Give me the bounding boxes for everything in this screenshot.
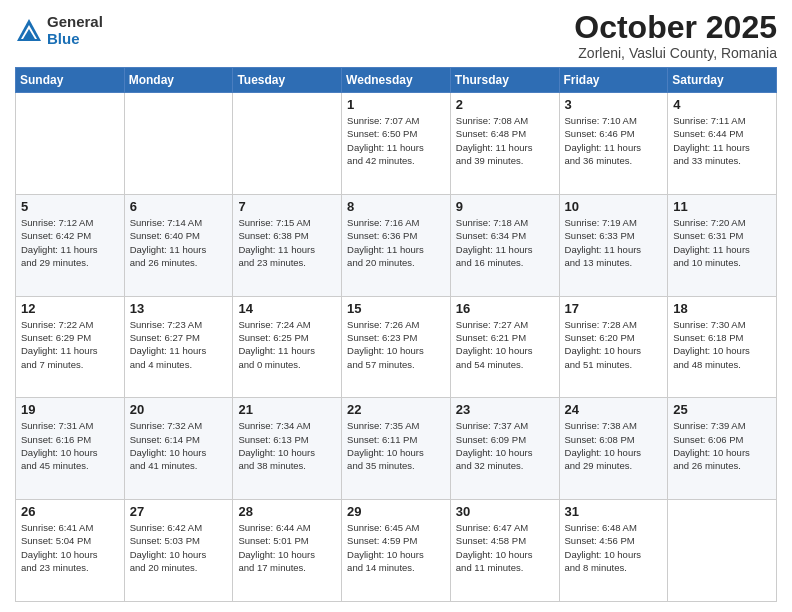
col-monday: Monday — [124, 68, 233, 93]
day-info: Sunrise: 6:45 AM Sunset: 4:59 PM Dayligh… — [347, 521, 445, 574]
calendar-week-row: 19Sunrise: 7:31 AM Sunset: 6:16 PM Dayli… — [16, 398, 777, 500]
day-info: Sunrise: 7:39 AM Sunset: 6:06 PM Dayligh… — [673, 419, 771, 472]
table-cell: 18Sunrise: 7:30 AM Sunset: 6:18 PM Dayli… — [668, 296, 777, 398]
day-number: 25 — [673, 402, 771, 417]
table-cell: 28Sunrise: 6:44 AM Sunset: 5:01 PM Dayli… — [233, 500, 342, 602]
day-info: Sunrise: 7:14 AM Sunset: 6:40 PM Dayligh… — [130, 216, 228, 269]
table-cell: 9Sunrise: 7:18 AM Sunset: 6:34 PM Daylig… — [450, 194, 559, 296]
day-info: Sunrise: 7:38 AM Sunset: 6:08 PM Dayligh… — [565, 419, 663, 472]
day-number: 9 — [456, 199, 554, 214]
day-number: 24 — [565, 402, 663, 417]
day-info: Sunrise: 6:41 AM Sunset: 5:04 PM Dayligh… — [21, 521, 119, 574]
col-saturday: Saturday — [668, 68, 777, 93]
title-block: October 2025 Zorleni, Vaslui County, Rom… — [574, 10, 777, 61]
day-number: 8 — [347, 199, 445, 214]
table-cell: 5Sunrise: 7:12 AM Sunset: 6:42 PM Daylig… — [16, 194, 125, 296]
day-info: Sunrise: 6:47 AM Sunset: 4:58 PM Dayligh… — [456, 521, 554, 574]
logo: General Blue — [15, 14, 103, 47]
day-number: 31 — [565, 504, 663, 519]
day-info: Sunrise: 7:35 AM Sunset: 6:11 PM Dayligh… — [347, 419, 445, 472]
table-cell: 17Sunrise: 7:28 AM Sunset: 6:20 PM Dayli… — [559, 296, 668, 398]
table-cell: 23Sunrise: 7:37 AM Sunset: 6:09 PM Dayli… — [450, 398, 559, 500]
col-friday: Friday — [559, 68, 668, 93]
day-number: 22 — [347, 402, 445, 417]
day-info: Sunrise: 7:23 AM Sunset: 6:27 PM Dayligh… — [130, 318, 228, 371]
logo-text: General Blue — [47, 14, 103, 47]
logo-icon — [15, 17, 43, 45]
day-number: 14 — [238, 301, 336, 316]
table-cell: 29Sunrise: 6:45 AM Sunset: 4:59 PM Dayli… — [342, 500, 451, 602]
day-info: Sunrise: 7:19 AM Sunset: 6:33 PM Dayligh… — [565, 216, 663, 269]
day-info: Sunrise: 7:22 AM Sunset: 6:29 PM Dayligh… — [21, 318, 119, 371]
table-cell: 21Sunrise: 7:34 AM Sunset: 6:13 PM Dayli… — [233, 398, 342, 500]
calendar-week-row: 5Sunrise: 7:12 AM Sunset: 6:42 PM Daylig… — [16, 194, 777, 296]
day-number: 1 — [347, 97, 445, 112]
page: General Blue October 2025 Zorleni, Vaslu… — [0, 0, 792, 612]
day-info: Sunrise: 7:31 AM Sunset: 6:16 PM Dayligh… — [21, 419, 119, 472]
day-info: Sunrise: 7:18 AM Sunset: 6:34 PM Dayligh… — [456, 216, 554, 269]
day-info: Sunrise: 6:48 AM Sunset: 4:56 PM Dayligh… — [565, 521, 663, 574]
col-thursday: Thursday — [450, 68, 559, 93]
day-number: 20 — [130, 402, 228, 417]
day-info: Sunrise: 7:15 AM Sunset: 6:38 PM Dayligh… — [238, 216, 336, 269]
day-number: 5 — [21, 199, 119, 214]
day-number: 27 — [130, 504, 228, 519]
day-number: 11 — [673, 199, 771, 214]
table-cell: 19Sunrise: 7:31 AM Sunset: 6:16 PM Dayli… — [16, 398, 125, 500]
calendar-table: Sunday Monday Tuesday Wednesday Thursday… — [15, 67, 777, 602]
table-cell: 3Sunrise: 7:10 AM Sunset: 6:46 PM Daylig… — [559, 93, 668, 195]
table-cell: 1Sunrise: 7:07 AM Sunset: 6:50 PM Daylig… — [342, 93, 451, 195]
day-number: 21 — [238, 402, 336, 417]
day-info: Sunrise: 7:12 AM Sunset: 6:42 PM Dayligh… — [21, 216, 119, 269]
day-number: 16 — [456, 301, 554, 316]
table-cell: 14Sunrise: 7:24 AM Sunset: 6:25 PM Dayli… — [233, 296, 342, 398]
day-number: 19 — [21, 402, 119, 417]
table-cell — [16, 93, 125, 195]
day-info: Sunrise: 7:34 AM Sunset: 6:13 PM Dayligh… — [238, 419, 336, 472]
table-cell: 10Sunrise: 7:19 AM Sunset: 6:33 PM Dayli… — [559, 194, 668, 296]
col-sunday: Sunday — [16, 68, 125, 93]
day-number: 10 — [565, 199, 663, 214]
day-info: Sunrise: 7:32 AM Sunset: 6:14 PM Dayligh… — [130, 419, 228, 472]
table-cell — [124, 93, 233, 195]
table-cell — [233, 93, 342, 195]
header: General Blue October 2025 Zorleni, Vaslu… — [15, 10, 777, 61]
day-info: Sunrise: 7:28 AM Sunset: 6:20 PM Dayligh… — [565, 318, 663, 371]
day-number: 30 — [456, 504, 554, 519]
table-cell: 24Sunrise: 7:38 AM Sunset: 6:08 PM Dayli… — [559, 398, 668, 500]
table-cell — [668, 500, 777, 602]
logo-blue: Blue — [47, 31, 103, 48]
col-tuesday: Tuesday — [233, 68, 342, 93]
day-number: 6 — [130, 199, 228, 214]
day-info: Sunrise: 7:26 AM Sunset: 6:23 PM Dayligh… — [347, 318, 445, 371]
table-cell: 13Sunrise: 7:23 AM Sunset: 6:27 PM Dayli… — [124, 296, 233, 398]
table-cell: 26Sunrise: 6:41 AM Sunset: 5:04 PM Dayli… — [16, 500, 125, 602]
day-number: 26 — [21, 504, 119, 519]
day-number: 18 — [673, 301, 771, 316]
day-info: Sunrise: 7:24 AM Sunset: 6:25 PM Dayligh… — [238, 318, 336, 371]
day-number: 7 — [238, 199, 336, 214]
table-cell: 30Sunrise: 6:47 AM Sunset: 4:58 PM Dayli… — [450, 500, 559, 602]
table-cell: 12Sunrise: 7:22 AM Sunset: 6:29 PM Dayli… — [16, 296, 125, 398]
day-number: 2 — [456, 97, 554, 112]
day-number: 13 — [130, 301, 228, 316]
day-info: Sunrise: 7:11 AM Sunset: 6:44 PM Dayligh… — [673, 114, 771, 167]
table-cell: 4Sunrise: 7:11 AM Sunset: 6:44 PM Daylig… — [668, 93, 777, 195]
day-info: Sunrise: 6:44 AM Sunset: 5:01 PM Dayligh… — [238, 521, 336, 574]
table-cell: 11Sunrise: 7:20 AM Sunset: 6:31 PM Dayli… — [668, 194, 777, 296]
table-cell: 16Sunrise: 7:27 AM Sunset: 6:21 PM Dayli… — [450, 296, 559, 398]
day-info: Sunrise: 7:27 AM Sunset: 6:21 PM Dayligh… — [456, 318, 554, 371]
day-info: Sunrise: 7:08 AM Sunset: 6:48 PM Dayligh… — [456, 114, 554, 167]
col-wednesday: Wednesday — [342, 68, 451, 93]
day-info: Sunrise: 7:07 AM Sunset: 6:50 PM Dayligh… — [347, 114, 445, 167]
calendar-week-row: 12Sunrise: 7:22 AM Sunset: 6:29 PM Dayli… — [16, 296, 777, 398]
calendar-header-row: Sunday Monday Tuesday Wednesday Thursday… — [16, 68, 777, 93]
day-number: 28 — [238, 504, 336, 519]
table-cell: 8Sunrise: 7:16 AM Sunset: 6:36 PM Daylig… — [342, 194, 451, 296]
day-number: 4 — [673, 97, 771, 112]
day-info: Sunrise: 7:37 AM Sunset: 6:09 PM Dayligh… — [456, 419, 554, 472]
day-number: 23 — [456, 402, 554, 417]
day-number: 17 — [565, 301, 663, 316]
day-info: Sunrise: 7:10 AM Sunset: 6:46 PM Dayligh… — [565, 114, 663, 167]
day-number: 15 — [347, 301, 445, 316]
